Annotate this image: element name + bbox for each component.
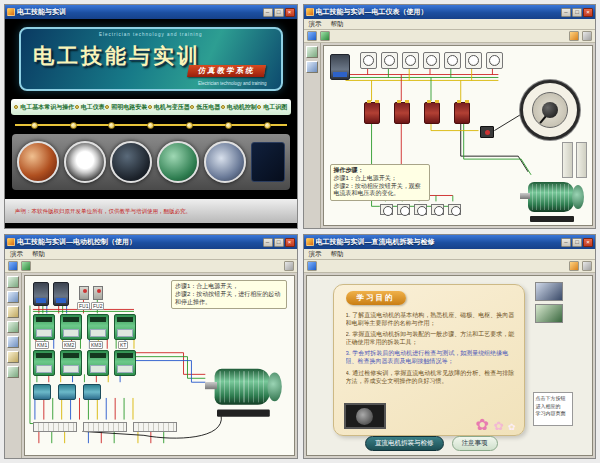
contactor[interactable] xyxy=(33,350,55,376)
app-icon xyxy=(306,238,314,246)
menu-item-diagram-reading[interactable]: 电工识图 xyxy=(257,103,287,112)
photo-strip xyxy=(12,134,290,190)
banner-subtitle-ribbon: 仿真教学系统 xyxy=(186,65,265,77)
dial-knob[interactable] xyxy=(542,102,558,118)
tool-pushbutton-button[interactable] xyxy=(7,336,19,348)
back-icon[interactable] xyxy=(307,31,317,41)
menu-help[interactable]: 帮助 xyxy=(32,250,45,259)
fuse-label: FU2 xyxy=(91,302,104,310)
tool-real-view-button[interactable] xyxy=(306,61,318,73)
tool-breaker-button[interactable] xyxy=(7,276,19,288)
help-icon[interactable] xyxy=(582,261,592,271)
fuse[interactable] xyxy=(93,286,103,300)
help-icon[interactable] xyxy=(582,31,592,41)
menu-item-basics[interactable]: 电工基本常识与操作 xyxy=(14,103,74,112)
page-icon[interactable] xyxy=(569,261,579,271)
titlebar[interactable]: 电工技能与实训—电工仪表（使用） – □ × xyxy=(304,5,596,19)
menu-item-lowvoltage[interactable]: 低压电器 xyxy=(190,103,220,112)
photo-motor[interactable] xyxy=(157,141,199,183)
contactor[interactable] xyxy=(114,350,136,376)
power-switch[interactable] xyxy=(330,54,350,80)
maximize-button[interactable]: □ xyxy=(572,8,582,17)
flower-icon: ✿ xyxy=(493,420,503,432)
node-icon xyxy=(264,122,271,129)
motor-photo-thumbnail xyxy=(344,403,386,429)
photo-meter[interactable] xyxy=(64,141,106,183)
contactor[interactable] xyxy=(33,314,55,340)
node-icon xyxy=(147,122,154,129)
close-button[interactable]: × xyxy=(583,238,593,247)
menu-item-motor-control[interactable]: 电动机控制 xyxy=(221,103,257,112)
tab-precautions[interactable]: 注意事项 xyxy=(452,436,498,451)
menu-item-motor-transformer[interactable]: 电机与变压器 xyxy=(148,103,190,112)
app-icon xyxy=(306,8,314,16)
menu-demo[interactable]: 演示 xyxy=(309,20,322,29)
transformer-coil xyxy=(364,102,380,124)
relay-module[interactable] xyxy=(58,384,76,400)
close-button[interactable]: × xyxy=(583,8,593,17)
titlebar[interactable]: 电工技能与实训—直流电机拆装与检修 – □ × xyxy=(304,235,596,249)
time-relay[interactable] xyxy=(114,314,136,340)
contactor[interactable] xyxy=(87,350,109,376)
titlebar[interactable]: 电工技能与实训 – □ × xyxy=(5,5,297,19)
minimize-button[interactable]: – xyxy=(561,238,571,247)
terminal-meter xyxy=(431,204,444,215)
tool-relay-button[interactable] xyxy=(7,321,19,333)
bullet-icon xyxy=(105,105,109,109)
footer-bar: 声明：本软件版权归原开发单位所有，仅供教学与培训使用，翻版必究。 xyxy=(5,199,297,223)
run-icon[interactable] xyxy=(21,261,31,271)
maximize-button[interactable]: □ xyxy=(274,238,284,247)
tab-disassembly-repair[interactable]: 直流电机拆装与检修 xyxy=(365,436,444,451)
maximize-button[interactable]: □ xyxy=(572,238,582,247)
minimize-button[interactable]: – xyxy=(263,238,273,247)
rheostat-component[interactable] xyxy=(480,126,494,138)
tool-terminal-button[interactable] xyxy=(7,351,19,363)
sidebar-thumbnail-demo[interactable] xyxy=(535,282,563,301)
photo-tools[interactable] xyxy=(110,141,152,183)
help-icon[interactable] xyxy=(284,261,294,271)
window-title: 电工技能与实训—直流电机拆装与检修 xyxy=(316,237,560,247)
photo-cable[interactable] xyxy=(17,141,59,183)
tool-meter-library-button[interactable] xyxy=(306,46,318,58)
contactor[interactable] xyxy=(60,314,82,340)
close-button[interactable]: × xyxy=(285,8,295,17)
back-icon[interactable] xyxy=(307,261,317,271)
motor xyxy=(520,178,584,224)
relay-module[interactable] xyxy=(33,384,51,400)
tool-fuse-button[interactable] xyxy=(7,291,19,303)
menu-demo[interactable]: 演示 xyxy=(10,250,23,259)
objective-item: 3. 学会对拆装后的电动机进行检查与测试，如测量绕组绝缘电阻、检查换向器表面及电… xyxy=(346,349,516,365)
toolbar xyxy=(304,260,596,273)
sidebar-thumbnail-practice[interactable] xyxy=(535,304,563,323)
photo-contactor-panel[interactable] xyxy=(251,142,285,182)
fuse[interactable] xyxy=(79,286,89,300)
titlebar[interactable]: 电工技能与实训—电动机控制（使用） – □ × xyxy=(5,235,297,249)
circuit-breaker[interactable] xyxy=(33,282,49,306)
menu-help[interactable]: 帮助 xyxy=(331,250,344,259)
bullet-icon xyxy=(257,105,261,109)
bullet-icon xyxy=(14,105,18,109)
settings-icon[interactable] xyxy=(569,31,579,41)
circuit-breaker[interactable] xyxy=(53,282,69,306)
contactor[interactable] xyxy=(60,350,82,376)
relay-module[interactable] xyxy=(83,384,101,400)
menu-demo[interactable]: 演示 xyxy=(309,250,322,259)
contactor[interactable] xyxy=(87,314,109,340)
back-icon[interactable] xyxy=(8,261,18,271)
minimize-button[interactable]: – xyxy=(561,8,571,17)
component-sidebar xyxy=(304,43,321,228)
menu-help[interactable]: 帮助 xyxy=(331,20,344,29)
run-icon[interactable] xyxy=(320,31,330,41)
panel-meter xyxy=(465,52,482,69)
tool-contactor-button[interactable] xyxy=(7,306,19,318)
minimize-button[interactable]: – xyxy=(263,8,273,17)
photo-breakers[interactable] xyxy=(204,141,246,183)
tool-motor-button[interactable] xyxy=(7,366,19,378)
transformer-coil xyxy=(394,102,410,124)
copyright-notice: 声明：本软件版权归原开发单位所有，仅供教学与培训使用，翻版必究。 xyxy=(15,208,191,215)
terminal-strip xyxy=(133,422,177,432)
menu-item-meters[interactable]: 电工仪表 xyxy=(75,103,105,112)
maximize-button[interactable]: □ xyxy=(274,8,284,17)
close-button[interactable]: × xyxy=(285,238,295,247)
menu-item-lighting[interactable]: 照明电路安装 xyxy=(105,103,147,112)
